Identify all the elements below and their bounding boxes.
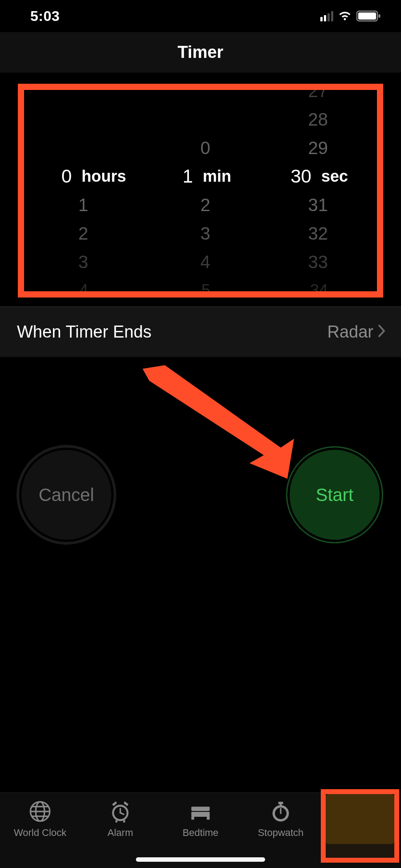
- seconds-selected-value: 30: [288, 166, 315, 187]
- tab-label: Stopwatch: [258, 827, 304, 839]
- battery-icon: [356, 10, 381, 22]
- start-button[interactable]: Start: [286, 446, 383, 543]
- hours-unit-label: hours: [82, 167, 126, 186]
- chevron-right-icon: [378, 322, 386, 342]
- time-picker-highlight-box: 0 hours 1 2 3 4 0: [18, 84, 383, 297]
- home-indicator[interactable]: [136, 857, 265, 862]
- cancel-button[interactable]: Cancel: [18, 446, 115, 543]
- status-indicators: [320, 10, 381, 22]
- svg-rect-10: [115, 820, 117, 823]
- alarm-clock-icon: [109, 800, 132, 826]
- tab-bedtime[interactable]: Bedtime: [160, 793, 241, 868]
- tab-bar: World Clock Alarm Bedtime Stopwatch Time: [0, 792, 401, 868]
- minutes-unit-label: min: [203, 167, 231, 186]
- tab-label: Bedtime: [183, 827, 219, 839]
- cellular-signal-icon: [320, 11, 333, 21]
- hours-wheel[interactable]: 0 hours 1 2 3 4: [24, 90, 142, 291]
- status-time: 5:03: [30, 8, 60, 24]
- tab-alarm[interactable]: Alarm: [80, 793, 160, 868]
- timer-icon: [349, 800, 372, 826]
- page-title: Timer: [178, 43, 224, 62]
- time-picker-section: 0 hours 1 2 3 4 0: [0, 73, 401, 306]
- svg-rect-16: [191, 812, 209, 817]
- wifi-icon: [337, 11, 352, 21]
- minutes-selected-value: 1: [170, 166, 196, 187]
- start-button-label: Start: [316, 485, 353, 505]
- nav-bar: Timer: [0, 32, 401, 73]
- tab-label: Timer: [348, 827, 373, 839]
- svg-rect-17: [191, 817, 194, 820]
- time-picker[interactable]: 0 hours 1 2 3 4 0: [24, 90, 377, 291]
- seconds-unit-label: sec: [321, 167, 348, 186]
- when-timer-ends-value: Radar: [327, 322, 374, 342]
- bed-icon: [189, 800, 212, 826]
- svg-rect-1: [358, 12, 376, 20]
- actions-area: Cancel Start: [0, 357, 401, 792]
- annotation-arrow-icon: [125, 365, 299, 490]
- when-timer-ends-value-wrapper: Radar: [327, 322, 386, 342]
- svg-rect-15: [191, 807, 209, 811]
- svg-rect-2: [379, 14, 381, 18]
- svg-rect-11: [123, 820, 125, 823]
- svg-rect-18: [207, 817, 210, 820]
- hours-selected-value: 0: [49, 166, 75, 187]
- svg-marker-3: [143, 365, 294, 479]
- seconds-wheel[interactable]: 27 28 29 30 sec 31 32 33 34: [259, 90, 377, 291]
- when-timer-ends-row[interactable]: When Timer Ends Radar: [0, 306, 401, 357]
- tab-stopwatch[interactable]: Stopwatch: [241, 793, 321, 868]
- tab-label: Alarm: [107, 827, 133, 839]
- globe-icon: [29, 800, 52, 826]
- status-bar: 5:03: [0, 0, 401, 32]
- cancel-button-label: Cancel: [39, 485, 94, 505]
- tab-label: World Clock: [14, 827, 66, 839]
- svg-rect-21: [280, 804, 282, 806]
- minutes-wheel[interactable]: 0 1 min 2 3 4 5: [142, 90, 259, 291]
- tab-timer[interactable]: Timer: [321, 793, 401, 868]
- tab-world-clock[interactable]: World Clock: [0, 793, 80, 868]
- clock-app-timer-screen: 5:03 Timer: [0, 0, 401, 868]
- when-timer-ends-label: When Timer Ends: [17, 322, 151, 342]
- stopwatch-icon: [269, 800, 292, 826]
